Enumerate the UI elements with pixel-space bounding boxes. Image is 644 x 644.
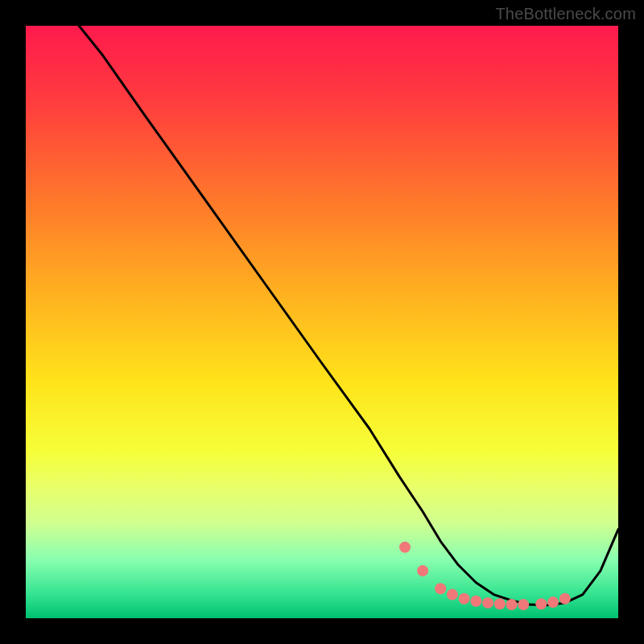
marker-group xyxy=(399,542,571,610)
attribution-label: TheBottleneck.com xyxy=(495,5,636,23)
marker-dot xyxy=(435,583,446,594)
bottleneck-curve xyxy=(26,26,618,605)
marker-dot xyxy=(399,542,411,553)
marker-dot xyxy=(417,565,428,576)
marker-dot xyxy=(494,598,506,609)
marker-dot xyxy=(459,593,470,605)
marker-dot xyxy=(547,597,559,608)
marker-dot xyxy=(518,599,529,610)
marker-dot xyxy=(535,598,547,609)
marker-dot xyxy=(482,597,493,609)
marker-dot xyxy=(559,593,571,605)
curve-svg xyxy=(26,26,618,618)
marker-dot xyxy=(506,599,518,610)
plot-area xyxy=(26,26,618,618)
marker-dot xyxy=(470,596,481,607)
marker-dot xyxy=(447,589,458,601)
chart-frame: TheBottleneck.com xyxy=(0,0,644,644)
